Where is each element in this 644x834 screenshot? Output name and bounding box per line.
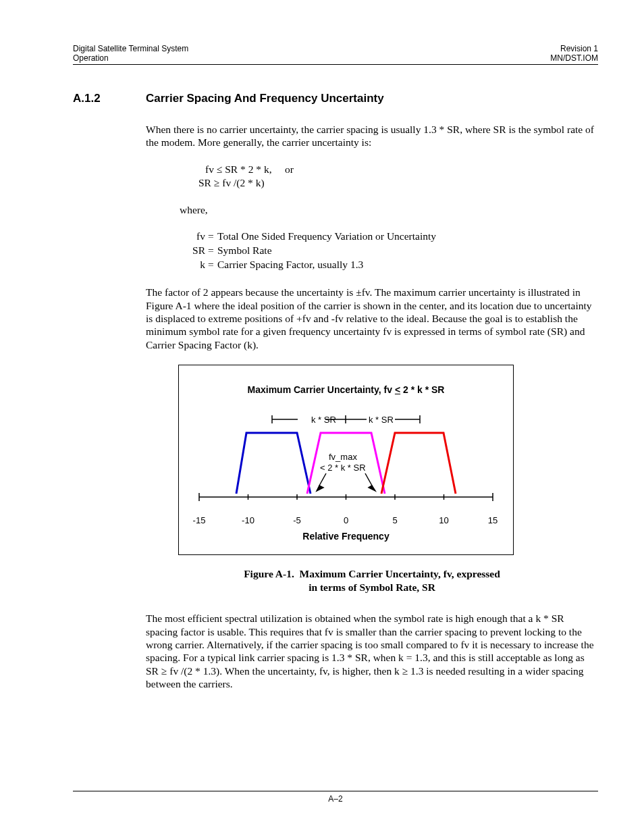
figure-caption-line2: in terms of Symbol Rate, SR	[146, 581, 598, 594]
equation-block: fv ≤ SR * 2 * k, or SR ≥ fv /(2 * k)	[198, 163, 598, 190]
def-symbol: fv	[186, 230, 208, 244]
x-tick-labels: -15 -10 -5 0 5 10 15	[179, 515, 513, 526]
equals-sign: =	[208, 258, 217, 272]
x-axis-label: Relative Frequency	[179, 531, 513, 543]
chart-title: Maximum Carrier Uncertainty, fv < 2 * k …	[179, 384, 513, 396]
x-tick: 5	[392, 515, 397, 526]
page-header: Digital Satellite Terminal System Operat…	[73, 44, 598, 63]
equation-2: SR ≥ fv /(2 * k)	[198, 176, 598, 190]
svg-line-15	[319, 473, 326, 486]
x-tick: 10	[439, 515, 448, 526]
svg-line-17	[365, 473, 372, 486]
chart-fvmax-line1: fv_max	[329, 452, 357, 462]
chart-span-left: k * SR	[311, 415, 336, 425]
figure-caption-line1: Figure A-1. Maximum Carrier Uncertainty,…	[146, 567, 598, 581]
svg-marker-16	[317, 486, 323, 491]
section-number: A.1.2	[73, 92, 146, 105]
def-text: Carrier Spacing Factor, usually 1.3	[217, 258, 363, 272]
figure-caption: Figure A-1. Maximum Carrier Uncertainty,…	[146, 567, 598, 594]
def-text: Total One Sided Frequency Variation or U…	[217, 230, 436, 244]
header-rule	[73, 64, 598, 65]
chart-fvmax-line2: < 2 * k * SR	[320, 463, 366, 473]
header-left-line2: Operation	[73, 53, 188, 63]
x-tick: -10	[242, 515, 254, 526]
header-left-line1: Digital Satellite Terminal System	[73, 44, 188, 53]
paragraph-3: The most efficient spectral utilization …	[146, 612, 598, 690]
chart-span-right: k * SR	[369, 415, 394, 425]
header-right-line1: Revision 1	[550, 44, 598, 53]
def-text: Symbol Rate	[217, 244, 272, 258]
section-title: Carrier Spacing And Frequency Uncertaint…	[146, 92, 384, 105]
section-heading: A.1.2Carrier Spacing And Frequency Uncer…	[73, 92, 598, 105]
page-footer: A–2	[73, 791, 598, 804]
chart-container: k * SR k * SR fv_max < 2 * k * SR Maximu…	[178, 365, 514, 555]
def-symbol: k	[186, 258, 208, 272]
x-tick: -5	[293, 515, 301, 526]
equals-sign: =	[208, 244, 217, 258]
definition-row: k = Carrier Spacing Factor, usually 1.3	[186, 258, 598, 272]
figure-a1: k * SR k * SR fv_max < 2 * k * SR Maximu…	[178, 365, 598, 555]
definition-list: fv = Total One Sided Frequency Variation…	[186, 230, 598, 272]
definition-row: SR = Symbol Rate	[186, 244, 598, 258]
equation-1: fv ≤ SR * 2 * k, or	[198, 163, 598, 176]
x-tick: 15	[488, 515, 498, 526]
paragraph-1: When there is no carrier uncertainty, th…	[146, 123, 598, 149]
definition-row: fv = Total One Sided Frequency Variation…	[186, 230, 598, 244]
svg-marker-18	[369, 486, 375, 491]
footer-page-number: A–2	[73, 791, 598, 804]
def-symbol: SR	[186, 244, 208, 258]
where-label: where,	[180, 203, 598, 216]
x-tick: 0	[344, 515, 348, 526]
x-tick: -15	[193, 515, 206, 526]
paragraph-2: The factor of 2 appears because the unce…	[146, 286, 598, 351]
equals-sign: =	[208, 230, 217, 244]
header-right-line2: MN/DST.IOM	[550, 53, 598, 63]
